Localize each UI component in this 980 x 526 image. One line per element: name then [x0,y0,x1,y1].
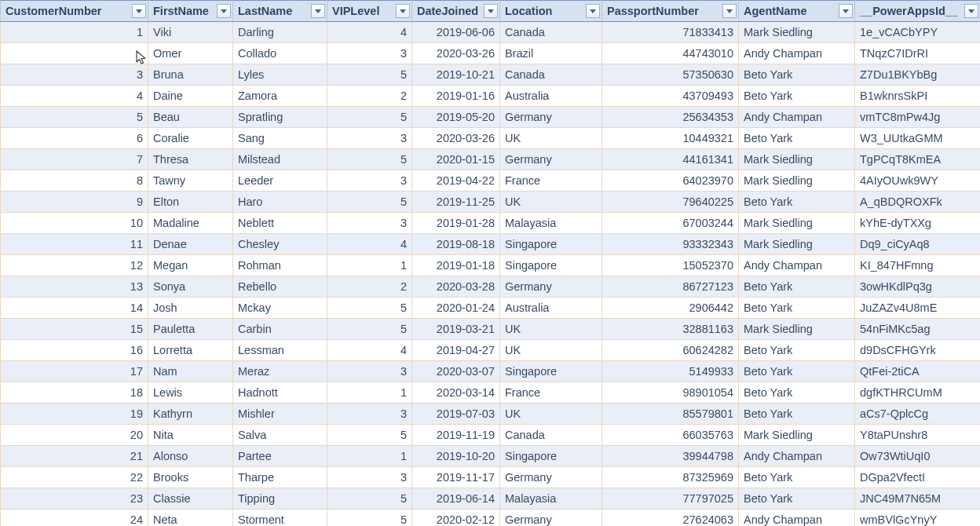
cell-VIPLevel[interactable]: 5 [327,488,412,510]
cell-PowerAppsId[interactable]: wmBVlGcYnyY [855,510,981,527]
cell-CustomerNumber[interactable]: 10 [1,213,148,234]
cell-AgentName[interactable]: Beto Yark [739,128,855,149]
table-row[interactable]: 9EltonHaro52019-11-25UK79640225Beto Yark… [1,192,981,213]
cell-Location[interactable]: France [500,382,602,404]
table-row[interactable]: 4DaineZamora22019-01-16Australia43709493… [1,86,981,107]
cell-CustomerNumber[interactable]: 12 [1,255,148,276]
cell-VIPLevel[interactable]: 3 [327,404,412,425]
table-row[interactable]: 15PaulettaCarbin52019-03-21UK32881163Mar… [1,319,981,340]
cell-PowerAppsId[interactable]: TNqzC7IDrRI [855,43,981,64]
cell-PassportNumber[interactable]: 87325969 [602,467,739,488]
cell-FirstName[interactable]: Omer [148,43,233,64]
cell-Location[interactable]: Singapore [500,446,602,467]
cell-LastName[interactable]: Lessman [233,340,327,361]
table-row[interactable]: 10MadalineNeblett32019-01-28Malayasia670… [1,213,981,234]
cell-FirstName[interactable]: Nita [148,425,233,446]
table-row[interactable]: 24NetaStorment52020-02-12Germany27624063… [1,510,981,527]
cell-Location[interactable]: Canada [500,22,602,43]
cell-AgentName[interactable]: Mark Siedling [739,213,855,234]
cell-AgentName[interactable]: Andy Champan [739,255,855,276]
cell-CustomerNumber[interactable]: 13 [1,276,148,298]
table-row[interactable]: 21AlonsoPartee12019-10-20Singapore399447… [1,446,981,467]
column-header-PassportNumber[interactable]: PassportNumber [602,1,739,22]
cell-DateJoined[interactable]: 2019-04-22 [412,170,500,192]
cell-PowerAppsId[interactable]: KI_847HFmng [855,255,981,276]
cell-VIPLevel[interactable]: 4 [327,234,412,255]
cell-PowerAppsId[interactable]: JuZAZv4U8mE [855,298,981,319]
cell-PassportNumber[interactable]: 39944798 [602,446,739,467]
cell-CustomerNumber[interactable]: 5 [1,107,148,128]
column-header-VIPLevel[interactable]: VIPLevel [327,1,412,22]
cell-PowerAppsId[interactable]: dgfKTHRCUmM [855,382,981,404]
cell-CustomerNumber[interactable]: 7 [1,149,148,170]
cell-DateJoined[interactable]: 2020-03-26 [412,43,500,64]
filter-dropdown-AgentName[interactable] [839,4,853,18]
cell-Location[interactable]: Brazil [500,43,602,64]
cell-Location[interactable]: Malayasia [500,488,602,510]
column-header-CustomerNumber[interactable]: CustomerNumber [1,1,148,22]
cell-FirstName[interactable]: Lewis [148,382,233,404]
cell-AgentName[interactable]: Beto Yark [739,276,855,298]
cell-LastName[interactable]: Sang [233,128,327,149]
cell-FirstName[interactable]: Josh [148,298,233,319]
table-row[interactable]: 7ThresaMilstead52020-01-15Germany4416134… [1,149,981,170]
cell-PowerAppsId[interactable]: QtFei-2tiCA [855,361,981,382]
table-row[interactable]: 17NamMeraz32020-03-07Singapore5149933Bet… [1,361,981,382]
cell-PowerAppsId[interactable]: JNC49M7N65M [855,488,981,510]
column-header-Location[interactable]: Location [500,1,602,22]
cell-PowerAppsId[interactable]: 3owHKdlPq3g [855,276,981,298]
cell-LastName[interactable]: Spratling [233,107,327,128]
cell-PassportNumber[interactable]: 77797025 [602,488,739,510]
cell-AgentName[interactable]: Mark Siedling [739,170,855,192]
cell-Location[interactable]: UK [500,192,602,213]
cell-PassportNumber[interactable]: 44743010 [602,43,739,64]
cell-PowerAppsId[interactable]: d9DsCFHGYrk [855,340,981,361]
cell-Location[interactable]: Germany [500,149,602,170]
cell-VIPLevel[interactable]: 3 [327,361,412,382]
cell-LastName[interactable]: Mishler [233,404,327,425]
cell-AgentName[interactable]: Mark Siedling [739,425,855,446]
cell-DateJoined[interactable]: 2019-11-17 [412,467,500,488]
cell-VIPLevel[interactable]: 5 [327,298,412,319]
cell-VIPLevel[interactable]: 1 [327,446,412,467]
cell-VIPLevel[interactable]: 5 [327,510,412,527]
cell-PassportNumber[interactable]: 98901054 [602,382,739,404]
cell-DateJoined[interactable]: 2019-10-20 [412,446,500,467]
cell-AgentName[interactable]: Andy Champan [739,43,855,64]
cell-DateJoined[interactable]: 2019-05-20 [412,107,500,128]
cell-CustomerNumber[interactable]: 14 [1,298,148,319]
cell-PassportNumber[interactable]: 25634353 [602,107,739,128]
cell-PowerAppsId[interactable]: B1wknrsSkPI [855,86,981,107]
filter-dropdown-VIPLevel[interactable] [396,4,410,18]
cell-FirstName[interactable]: Daine [148,86,233,107]
cell-CustomerNumber[interactable]: 19 [1,404,148,425]
cell-PassportNumber[interactable]: 66035763 [602,425,739,446]
table-row[interactable]: 19KathyrnMishler32019-07-03UK85579801Bet… [1,404,981,425]
cell-AgentName[interactable]: Andy Champan [739,107,855,128]
cell-AgentName[interactable]: Beto Yark [739,404,855,425]
cell-Location[interactable]: Malayasia [500,213,602,234]
cell-PassportNumber[interactable]: 44161341 [602,149,739,170]
cell-Location[interactable]: Germany [500,510,602,527]
cell-DateJoined[interactable]: 2019-01-16 [412,86,500,107]
filter-dropdown-LastName[interactable] [311,4,325,18]
cell-AgentName[interactable]: Beto Yark [739,298,855,319]
cell-PassportNumber[interactable]: 57350630 [602,64,739,86]
cell-PassportNumber[interactable]: 64023970 [602,170,739,192]
cell-FirstName[interactable]: Megan [148,255,233,276]
cell-PassportNumber[interactable]: 10449321 [602,128,739,149]
cell-FirstName[interactable]: Sonya [148,276,233,298]
cell-PassportNumber[interactable]: 60624282 [602,340,739,361]
table-row[interactable]: 11DenaeChesley42019-08-18Singapore933323… [1,234,981,255]
cell-LastName[interactable]: Leeder [233,170,327,192]
cell-CustomerNumber[interactable]: 23 [1,488,148,510]
cell-PassportNumber[interactable]: 86727123 [602,276,739,298]
column-header-DateJoined[interactable]: DateJoined [412,1,500,22]
cell-VIPLevel[interactable]: 2 [327,86,412,107]
data-table[interactable]: CustomerNumberFirstNameLastNameVIPLevelD… [0,0,980,526]
cell-CustomerNumber[interactable]: 16 [1,340,148,361]
cell-Location[interactable]: Australia [500,298,602,319]
table-row[interactable]: 12MeganRohman12019-01-18Singapore1505237… [1,255,981,276]
cell-LastName[interactable]: Darling [233,22,327,43]
cell-AgentName[interactable]: Beto Yark [739,467,855,488]
